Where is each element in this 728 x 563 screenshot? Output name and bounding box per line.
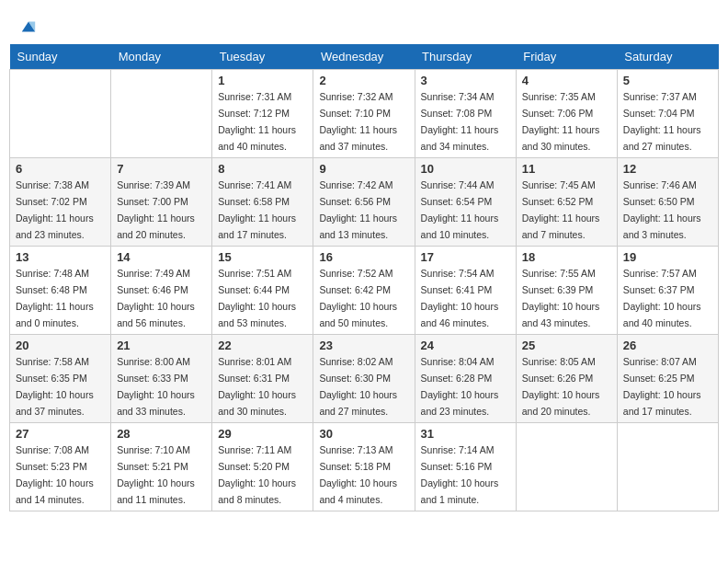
calendar-week-row: 1 Sunrise: 7:31 AM Sunset: 7:12 PM Dayli… — [10, 70, 719, 158]
day-number: 14 — [117, 250, 206, 264]
sunrise-info: Sunrise: 7:13 AM — [319, 444, 392, 455]
sunset-info: Sunset: 5:20 PM — [218, 461, 290, 472]
calendar-week-row: 6 Sunrise: 7:38 AM Sunset: 7:02 PM Dayli… — [10, 158, 719, 247]
sunrise-info: Sunrise: 7:54 AM — [421, 268, 495, 279]
day-number: 9 — [319, 162, 408, 176]
calendar-cell: 23 Sunrise: 8:02 AM Sunset: 6:30 PM Dayl… — [313, 335, 415, 423]
day-of-week-header: Sunday — [10, 44, 111, 70]
daylight-info: Daylight: 10 hours and 27 minutes. — [319, 389, 397, 417]
sunset-info: Sunset: 6:26 PM — [522, 373, 594, 384]
sunrise-info: Sunrise: 7:46 AM — [623, 179, 697, 190]
daylight-info: Daylight: 11 hours and 40 minutes. — [218, 124, 296, 152]
calendar-cell: 28 Sunrise: 7:10 AM Sunset: 5:21 PM Dayl… — [111, 423, 212, 511]
daylight-info: Daylight: 10 hours and 50 minutes. — [319, 301, 397, 328]
daylight-info: Daylight: 11 hours and 0 minutes. — [16, 301, 94, 328]
calendar-cell: 27 Sunrise: 7:08 AM Sunset: 5:23 PM Dayl… — [10, 423, 111, 511]
calendar-cell: 14 Sunrise: 7:49 AM Sunset: 6:46 PM Dayl… — [111, 247, 212, 335]
sunrise-info: Sunrise: 7:11 AM — [218, 444, 291, 455]
calendar-cell: 5 Sunrise: 7:37 AM Sunset: 7:04 PM Dayli… — [617, 70, 718, 158]
sunset-info: Sunset: 6:28 PM — [421, 373, 493, 384]
sunrise-info: Sunrise: 7:58 AM — [16, 356, 89, 367]
sunrise-info: Sunrise: 8:04 AM — [421, 356, 495, 367]
logo — [18, 18, 37, 35]
calendar-table: SundayMondayTuesdayWednesdayThursdayFrid… — [9, 44, 719, 511]
sunset-info: Sunset: 6:54 PM — [421, 196, 493, 207]
daylight-info: Daylight: 10 hours and 14 minutes. — [16, 477, 94, 505]
daylight-info: Daylight: 10 hours and 56 minutes. — [117, 301, 195, 328]
sunrise-info: Sunrise: 7:10 AM — [117, 444, 190, 455]
daylight-info: Daylight: 10 hours and 37 minutes. — [16, 389, 94, 417]
daylight-info: Daylight: 10 hours and 33 minutes. — [117, 389, 195, 417]
day-number: 28 — [117, 427, 206, 441]
day-number: 15 — [218, 250, 307, 264]
calendar-cell: 18 Sunrise: 7:55 AM Sunset: 6:39 PM Dayl… — [516, 247, 617, 335]
day-number: 23 — [319, 339, 408, 352]
day-number: 27 — [16, 427, 105, 441]
daylight-info: Daylight: 10 hours and 20 minutes. — [522, 389, 600, 417]
daylight-info: Daylight: 10 hours and 43 minutes. — [522, 301, 600, 328]
calendar-cell — [516, 423, 617, 511]
calendar-cell: 17 Sunrise: 7:54 AM Sunset: 6:41 PM Dayl… — [415, 247, 516, 335]
sunset-info: Sunset: 6:50 PM — [623, 196, 695, 207]
calendar-cell: 31 Sunrise: 7:14 AM Sunset: 5:16 PM Dayl… — [415, 423, 516, 511]
sunset-info: Sunset: 6:44 PM — [218, 284, 290, 295]
daylight-info: Daylight: 11 hours and 10 minutes. — [421, 213, 499, 240]
sunrise-info: Sunrise: 7:44 AM — [421, 179, 495, 190]
day-number: 22 — [218, 339, 307, 352]
sunset-info: Sunset: 6:25 PM — [623, 373, 695, 384]
daylight-info: Daylight: 10 hours and 11 minutes. — [117, 477, 195, 505]
sunset-info: Sunset: 6:37 PM — [623, 284, 695, 295]
sunset-info: Sunset: 6:35 PM — [16, 373, 87, 384]
sunset-info: Sunset: 7:12 PM — [218, 108, 290, 119]
calendar-cell: 29 Sunrise: 7:11 AM Sunset: 5:20 PM Dayl… — [212, 423, 313, 511]
day-number: 5 — [623, 74, 712, 87]
calendar-cell: 10 Sunrise: 7:44 AM Sunset: 6:54 PM Dayl… — [415, 158, 516, 247]
day-number: 4 — [522, 74, 611, 87]
sunrise-info: Sunrise: 7:38 AM — [16, 179, 89, 190]
sunrise-info: Sunrise: 7:41 AM — [218, 179, 291, 190]
sunset-info: Sunset: 7:10 PM — [319, 108, 391, 119]
day-number: 2 — [319, 74, 408, 87]
calendar-week-row: 27 Sunrise: 7:08 AM Sunset: 5:23 PM Dayl… — [10, 423, 719, 511]
sunrise-info: Sunrise: 7:51 AM — [218, 268, 291, 279]
sunset-info: Sunset: 7:08 PM — [421, 108, 493, 119]
calendar-cell: 4 Sunrise: 7:35 AM Sunset: 7:06 PM Dayli… — [516, 70, 617, 158]
sunset-info: Sunset: 6:56 PM — [319, 196, 391, 207]
calendar-week-row: 13 Sunrise: 7:48 AM Sunset: 6:48 PM Dayl… — [10, 247, 719, 335]
sunrise-info: Sunrise: 7:45 AM — [522, 179, 596, 190]
day-number: 10 — [421, 162, 510, 176]
calendar-cell: 16 Sunrise: 7:52 AM Sunset: 6:42 PM Dayl… — [313, 247, 415, 335]
sunrise-info: Sunrise: 7:32 AM — [319, 91, 392, 102]
sunrise-info: Sunrise: 7:37 AM — [623, 91, 697, 102]
sunrise-info: Sunrise: 7:31 AM — [218, 91, 291, 102]
calendar-cell: 7 Sunrise: 7:39 AM Sunset: 7:00 PM Dayli… — [111, 158, 212, 247]
calendar-cell — [10, 70, 111, 158]
sunrise-info: Sunrise: 7:08 AM — [16, 444, 89, 455]
sunset-info: Sunset: 6:46 PM — [117, 284, 188, 295]
day-of-week-header: Thursday — [415, 44, 516, 70]
calendar-cell: 25 Sunrise: 8:05 AM Sunset: 6:26 PM Dayl… — [516, 335, 617, 423]
calendar-cell: 30 Sunrise: 7:13 AM Sunset: 5:18 PM Dayl… — [313, 423, 415, 511]
daylight-info: Daylight: 10 hours and 17 minutes. — [623, 389, 701, 417]
daylight-info: Daylight: 11 hours and 37 minutes. — [319, 124, 397, 152]
day-of-week-header: Tuesday — [212, 44, 313, 70]
sunrise-info: Sunrise: 8:02 AM — [319, 356, 392, 367]
day-number: 26 — [623, 339, 712, 352]
sunrise-info: Sunrise: 7:49 AM — [117, 268, 190, 279]
calendar-cell: 24 Sunrise: 8:04 AM Sunset: 6:28 PM Dayl… — [415, 335, 516, 423]
sunset-info: Sunset: 6:58 PM — [218, 196, 290, 207]
daylight-info: Daylight: 11 hours and 13 minutes. — [319, 213, 397, 240]
day-number: 19 — [623, 250, 712, 264]
day-number: 17 — [421, 250, 510, 264]
sunset-info: Sunset: 6:39 PM — [522, 284, 594, 295]
sunrise-info: Sunrise: 8:05 AM — [522, 356, 596, 367]
calendar-cell: 1 Sunrise: 7:31 AM Sunset: 7:12 PM Dayli… — [212, 70, 313, 158]
daylight-info: Daylight: 11 hours and 23 minutes. — [16, 213, 94, 240]
day-number: 11 — [522, 162, 611, 176]
day-number: 1 — [218, 74, 307, 87]
sunset-info: Sunset: 5:23 PM — [16, 461, 87, 472]
calendar-cell: 9 Sunrise: 7:42 AM Sunset: 6:56 PM Dayli… — [313, 158, 415, 247]
sunrise-info: Sunrise: 8:00 AM — [117, 356, 190, 367]
day-of-week-header: Saturday — [617, 44, 718, 70]
sunrise-info: Sunrise: 7:34 AM — [421, 91, 495, 102]
